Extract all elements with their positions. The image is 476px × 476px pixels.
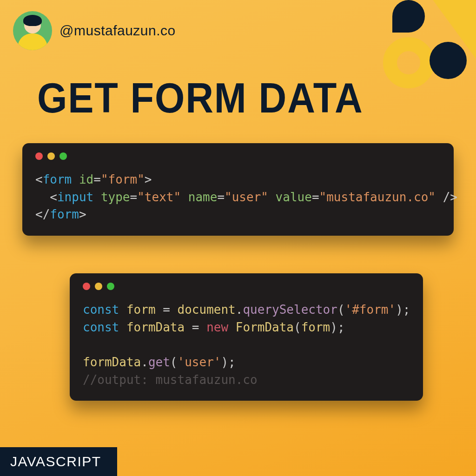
shape-ring [383,37,434,88]
shape-petal [392,0,425,33]
window-dots [83,283,410,290]
shape-circle [430,42,467,79]
code-block-html: <form id="form"> <input type="text" name… [35,171,441,224]
header: @mustafauzun.co [13,11,176,50]
avatar-body [18,33,47,50]
window-dots [35,152,441,160]
dot-green [60,152,67,160]
dot-red [35,152,43,160]
author-handle: @mustafauzun.co [60,23,176,39]
dot-yellow [47,152,55,160]
page-title: GET FORM DATA [37,74,364,122]
code-block-js: const form = document.querySelector('#fo… [83,301,410,389]
avatar [13,11,52,50]
dot-green [107,283,114,290]
code-window-html: <form id="form"> <input type="text" name… [22,143,454,236]
dot-yellow [95,283,102,290]
avatar-hair [23,15,42,26]
language-badge: JAVASCRIPT [0,447,117,476]
code-window-js: const form = document.querySelector('#fo… [70,273,423,401]
decorative-shapes [369,0,476,98]
dot-red [83,283,90,290]
